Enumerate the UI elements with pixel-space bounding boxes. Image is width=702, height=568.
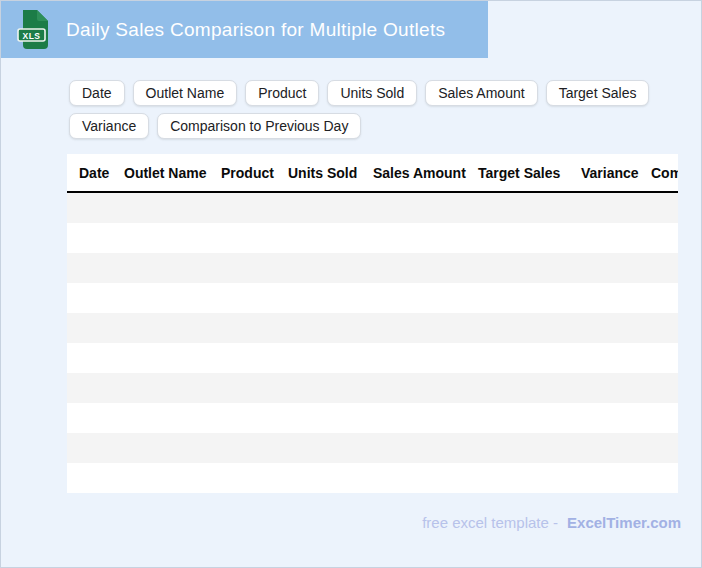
table-cell [373, 223, 478, 253]
table-cell [124, 283, 221, 313]
table-cell [124, 433, 221, 463]
column-header-sales-amount: Sales Amount [373, 154, 478, 192]
table-cell [373, 253, 478, 283]
table-row [67, 223, 678, 253]
column-header-product: Product [221, 154, 288, 192]
table-cell [478, 223, 581, 253]
footer: free excel template - ExcelTimer.com [422, 514, 681, 531]
table-cell [221, 343, 288, 373]
table-cell [478, 192, 581, 223]
table-cell [67, 253, 124, 283]
table-cell [478, 433, 581, 463]
table-cell [124, 313, 221, 343]
table-cell [288, 192, 373, 223]
table-cell [373, 403, 478, 433]
table-cell [221, 283, 288, 313]
table-cell [67, 283, 124, 313]
table-cell [124, 223, 221, 253]
table-cell [67, 343, 124, 373]
table-cell [651, 343, 678, 373]
table-cell [651, 253, 678, 283]
table-cell [67, 463, 124, 493]
xls-file-icon: XLS [17, 9, 51, 50]
table-cell [581, 283, 651, 313]
table-cell [651, 283, 678, 313]
table-header-row: DateOutlet NameProductUnits SoldSales Am… [67, 154, 678, 192]
field-chips-row-1: DateOutlet NameProductUnits SoldSales Am… [69, 80, 649, 106]
column-header-comparison-to-previous-day: Comparison to Previous Day [651, 154, 678, 192]
chip-sales-amount[interactable]: Sales Amount [425, 80, 537, 106]
table-row [67, 253, 678, 283]
table-cell [581, 253, 651, 283]
table-cell [221, 192, 288, 223]
table-cell [124, 463, 221, 493]
table-cell [67, 192, 124, 223]
chip-comparison-to-previous-day[interactable]: Comparison to Previous Day [157, 113, 361, 139]
chip-units-sold[interactable]: Units Sold [327, 80, 417, 106]
table-cell [651, 403, 678, 433]
table-cell [478, 253, 581, 283]
table-cell [373, 463, 478, 493]
table-cell [478, 403, 581, 433]
table-cell [581, 192, 651, 223]
xls-badge-text: XLS [22, 31, 40, 41]
table-cell [373, 283, 478, 313]
table-cell [288, 403, 373, 433]
table-cell [478, 313, 581, 343]
table-row [67, 373, 678, 403]
table-cell [478, 373, 581, 403]
table-cell [373, 373, 478, 403]
table-cell [651, 373, 678, 403]
chip-variance[interactable]: Variance [69, 113, 149, 139]
table-cell [373, 343, 478, 373]
table-cell [651, 463, 678, 493]
table-cell [221, 253, 288, 283]
table-row [67, 403, 678, 433]
page-title: Daily Sales Comparison for Multiple Outl… [66, 19, 445, 41]
table-cell [651, 433, 678, 463]
footer-brand-link[interactable]: ExcelTimer.com [567, 514, 681, 531]
table-cell [288, 373, 373, 403]
table-cell [581, 433, 651, 463]
table-cell [67, 313, 124, 343]
footer-credit-text: free excel template - [422, 514, 558, 531]
table-cell [581, 313, 651, 343]
chip-target-sales[interactable]: Target Sales [546, 80, 650, 106]
table-cell [651, 192, 678, 223]
table-cell [581, 223, 651, 253]
table-cell [124, 343, 221, 373]
table-cell [288, 313, 373, 343]
table-cell [288, 343, 373, 373]
table-cell [221, 373, 288, 403]
table-row [67, 463, 678, 493]
column-header-date: Date [67, 154, 124, 192]
table-cell [478, 463, 581, 493]
template-page: XLS Daily Sales Comparison for Multiple … [0, 0, 702, 568]
chip-date[interactable]: Date [69, 80, 125, 106]
field-chips-row-2: VarianceComparison to Previous Day [69, 113, 361, 139]
table-row [67, 283, 678, 313]
table-cell [651, 223, 678, 253]
chip-product[interactable]: Product [245, 80, 319, 106]
table-cell [67, 373, 124, 403]
column-header-variance: Variance [581, 154, 651, 192]
table-cell [221, 313, 288, 343]
table-row [67, 433, 678, 463]
sales-table-container: DateOutlet NameProductUnits SoldSales Am… [67, 154, 678, 493]
chip-outlet-name[interactable]: Outlet Name [133, 80, 238, 106]
header-bar: XLS Daily Sales Comparison for Multiple … [1, 1, 488, 58]
table-cell [67, 403, 124, 433]
table-cell [373, 433, 478, 463]
table-cell [478, 283, 581, 313]
table-cell [221, 223, 288, 253]
table-row [67, 313, 678, 343]
table-cell [124, 192, 221, 223]
table-cell [478, 343, 581, 373]
column-header-target-sales: Target Sales [478, 154, 581, 192]
table-cell [221, 433, 288, 463]
table-cell [221, 463, 288, 493]
table-row [67, 343, 678, 373]
table-cell [124, 253, 221, 283]
table-cell [581, 463, 651, 493]
table-cell [124, 373, 221, 403]
